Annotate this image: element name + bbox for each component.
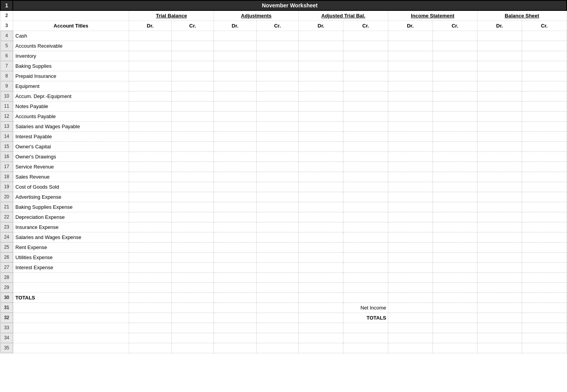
data-cell-15-bs-cr[interactable] — [522, 141, 567, 151]
data-cell-13-is-dr[interactable] — [388, 121, 433, 131]
data-cell-6-atb-dr[interactable] — [299, 51, 343, 61]
data-cell-11-atb-cr[interactable] — [343, 101, 388, 111]
data-cell-31-6[interactable] — [388, 303, 433, 313]
data-cell-12-atb-cr[interactable] — [343, 111, 388, 121]
data-cell-18-tb-cr[interactable] — [171, 172, 214, 182]
data-cell-19-adj-dr[interactable] — [214, 182, 256, 192]
data-cell-25-tb-dr[interactable] — [129, 242, 171, 252]
data-cell-24-adj-cr[interactable] — [256, 232, 298, 242]
data-cell-4-is-dr[interactable] — [388, 31, 433, 41]
data-cell-19-atb-cr[interactable] — [343, 182, 388, 192]
data-cell-19-is-dr[interactable] — [388, 182, 433, 192]
data-cell-4-tb-dr[interactable] — [129, 31, 171, 41]
data-cell-28-tb-dr[interactable] — [129, 272, 171, 282]
data-cell-11-adj-dr[interactable] — [214, 101, 256, 111]
data-cell-22-bs-dr[interactable] — [477, 212, 522, 222]
data-cell-7-atb-dr[interactable] — [299, 61, 343, 71]
account-name-row-17[interactable]: Service Revenue — [13, 162, 129, 172]
data-cell-27-adj-cr[interactable] — [256, 262, 298, 272]
data-cell-23-tb-cr[interactable] — [171, 222, 214, 232]
account-name-row-34[interactable] — [13, 333, 129, 343]
data-cell-11-adj-cr[interactable] — [256, 101, 298, 111]
data-cell-33-bs-dr[interactable] — [477, 323, 522, 333]
data-cell-8-adj-cr[interactable] — [256, 71, 298, 81]
data-cell-17-bs-dr[interactable] — [477, 162, 522, 172]
data-cell-12-adj-dr[interactable] — [214, 111, 256, 121]
data-cell-7-is-dr[interactable] — [388, 61, 433, 71]
data-cell-27-bs-dr[interactable] — [477, 262, 522, 272]
data-cell-18-bs-dr[interactable] — [477, 172, 522, 182]
data-cell-11-atb-dr[interactable] — [299, 101, 343, 111]
data-cell-7-adj-cr[interactable] — [256, 61, 298, 71]
account-name-row-23[interactable]: Insurance Expense — [13, 222, 129, 232]
data-cell-18-is-dr[interactable] — [388, 172, 433, 182]
data-cell-4-atb-dr[interactable] — [299, 31, 343, 41]
data-cell-21-is-cr[interactable] — [433, 202, 477, 212]
data-cell-6-adj-cr[interactable] — [256, 51, 298, 61]
data-cell-5-bs-cr[interactable] — [522, 41, 567, 51]
data-cell-23-adj-dr[interactable] — [214, 222, 256, 232]
data-cell-28-tb-cr[interactable] — [171, 272, 214, 282]
data-cell-27-is-dr[interactable] — [388, 262, 433, 272]
data-cell-28-adj-cr[interactable] — [256, 272, 298, 282]
data-cell-13-is-cr[interactable] — [433, 121, 477, 131]
data-cell-22-adj-cr[interactable] — [256, 212, 298, 222]
data-cell-34-bs-dr[interactable] — [477, 333, 522, 343]
data-cell-32-8[interactable] — [477, 313, 522, 323]
data-cell-34-adj-dr[interactable] — [214, 333, 256, 343]
data-cell-17-adj-dr[interactable] — [214, 162, 256, 172]
data-cell-32-1[interactable] — [171, 313, 214, 323]
data-cell-28-atb-dr[interactable] — [299, 272, 343, 282]
data-cell-14-is-dr[interactable] — [388, 131, 433, 141]
data-cell-4-tb-cr[interactable] — [171, 31, 214, 41]
data-cell-29-adj-cr[interactable] — [256, 282, 298, 292]
data-cell-15-atb-cr[interactable] — [343, 141, 388, 151]
data-cell-16-is-dr[interactable] — [388, 151, 433, 162]
data-cell-34-adj-cr[interactable] — [256, 333, 298, 343]
data-cell-15-atb-dr[interactable] — [299, 141, 343, 151]
data-cell-18-adj-dr[interactable] — [214, 172, 256, 182]
data-cell-24-adj-dr[interactable] — [214, 232, 256, 242]
data-cell-8-bs-cr[interactable] — [522, 71, 567, 81]
data-cell-27-atb-cr[interactable] — [343, 262, 388, 272]
data-cell-11-is-dr[interactable] — [388, 101, 433, 111]
data-cell-11-tb-dr[interactable] — [129, 101, 171, 111]
account-name-row-18[interactable]: Sales Revenue — [13, 172, 129, 182]
data-cell-13-bs-cr[interactable] — [522, 121, 567, 131]
data-cell-8-is-cr[interactable] — [433, 71, 477, 81]
account-name-row-20[interactable]: Advertising Expense — [13, 192, 129, 202]
data-cell-25-is-cr[interactable] — [433, 242, 477, 252]
data-cell-29-tb-dr[interactable] — [129, 282, 171, 292]
data-cell-9-tb-cr[interactable] — [171, 81, 214, 91]
account-name-row-28[interactable] — [13, 272, 129, 282]
data-cell-11-bs-dr[interactable] — [477, 101, 522, 111]
data-cell-17-tb-dr[interactable] — [129, 162, 171, 172]
data-cell-23-atb-cr[interactable] — [343, 222, 388, 232]
data-cell-16-tb-dr[interactable] — [129, 151, 171, 162]
data-cell-21-adj-cr[interactable] — [256, 202, 298, 212]
data-cell-19-tb-dr[interactable] — [129, 182, 171, 192]
data-cell-31-3[interactable] — [256, 303, 298, 313]
data-cell-17-is-dr[interactable] — [388, 162, 433, 172]
data-cell-23-adj-cr[interactable] — [256, 222, 298, 232]
data-cell-30-is-cr[interactable] — [433, 292, 477, 303]
data-cell-30-adj-cr[interactable] — [256, 292, 298, 303]
data-cell-15-bs-dr[interactable] — [477, 141, 522, 151]
data-cell-12-tb-dr[interactable] — [129, 111, 171, 121]
data-cell-31-9[interactable] — [522, 303, 567, 313]
data-cell-30-tb-cr[interactable] — [171, 292, 214, 303]
data-cell-9-atb-dr[interactable] — [299, 81, 343, 91]
data-cell-29-is-cr[interactable] — [433, 282, 477, 292]
data-cell-17-atb-cr[interactable] — [343, 162, 388, 172]
data-cell-30-atb-cr[interactable] — [343, 292, 388, 303]
data-cell-31-8[interactable] — [477, 303, 522, 313]
data-cell-23-tb-dr[interactable] — [129, 222, 171, 232]
data-cell-27-adj-dr[interactable] — [214, 262, 256, 272]
data-cell-19-bs-dr[interactable] — [477, 182, 522, 192]
data-cell-10-tb-cr[interactable] — [171, 91, 214, 101]
data-cell-15-adj-cr[interactable] — [256, 141, 298, 151]
data-cell-7-bs-cr[interactable] — [522, 61, 567, 71]
data-cell-25-atb-dr[interactable] — [299, 242, 343, 252]
data-cell-29-bs-cr[interactable] — [522, 282, 567, 292]
data-cell-4-adj-dr[interactable] — [214, 31, 256, 41]
